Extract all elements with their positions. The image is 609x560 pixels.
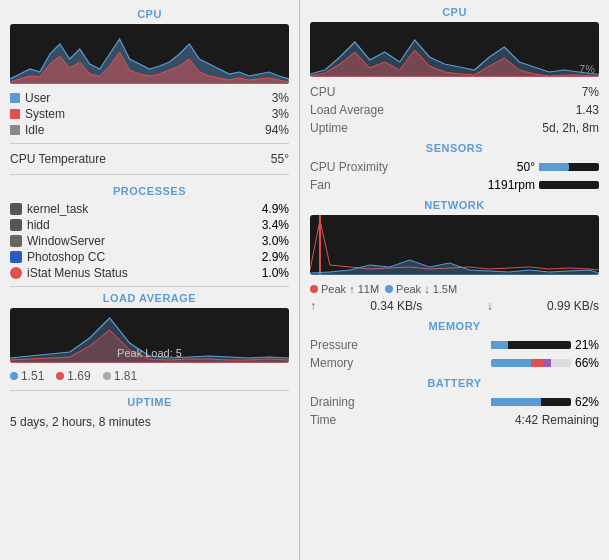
net-down-value: 0.99 KB/s (547, 299, 599, 313)
peak-down-dot (385, 285, 393, 293)
cpu-proximity-bar (539, 163, 599, 171)
peak-down-value: 1.5M (433, 283, 457, 295)
idle-color-box (10, 125, 20, 135)
user-color-box (10, 93, 20, 103)
process-row-1: hidd 3.4% (10, 217, 289, 233)
load-dot-3 (103, 372, 111, 380)
right-panel: CPU 7% CPU 7% Load Average 1.43 Uptime 5… (300, 0, 609, 560)
battery-time-label: Time (310, 413, 336, 427)
battery-time-row: Time 4:42 Remaining (310, 411, 599, 429)
cpu-proximity-bar-wrap: 50° (517, 160, 599, 174)
user-stat-row: User 3% (10, 90, 289, 106)
cpu-proximity-fill (539, 163, 569, 171)
load-val-3: 1.81 (103, 369, 137, 383)
mem-red-fill (531, 359, 543, 367)
left-panel: CPU User 3% System 3% Idle 94% CPU (0, 0, 300, 560)
draining-label: Draining (310, 395, 355, 409)
draining-row: Draining 62% (310, 393, 599, 411)
net-up-value: 0.34 KB/s (370, 299, 422, 313)
memory-bar (491, 359, 571, 367)
process-row-3: Photoshop CC 2.9% (10, 249, 289, 265)
cpu-proximity-row: CPU Proximity 50° (310, 158, 599, 176)
fan-row: Fan 1191rpm (310, 176, 599, 194)
process-name-2: WindowServer (27, 234, 105, 248)
fan-bar (539, 181, 599, 189)
net-down-arrow: ↓ (487, 299, 493, 313)
cpu-proximity-value: 50° (517, 160, 535, 174)
peak-down-item: Peak ↓ 1.5M (385, 283, 457, 295)
load-title: LOAD AVERAGE (10, 292, 289, 304)
idle-value: 94% (265, 123, 289, 137)
uptime-title: UPTIME (10, 396, 289, 408)
load-val-1: 1.51 (10, 369, 44, 383)
fan-bar-wrap: 1191rpm (488, 178, 599, 192)
memory-label: Memory (310, 356, 353, 370)
load-avg-val: 1.43 (576, 103, 599, 117)
process-icon-4 (10, 267, 22, 279)
user-label: User (10, 91, 50, 105)
process-name-1: hidd (27, 218, 50, 232)
process-icon-1 (10, 219, 22, 231)
process-value-1: 3.4% (262, 218, 289, 232)
cpu-val-right: 7% (582, 85, 599, 99)
cpu-percent-row: CPU 7% (310, 83, 599, 101)
cpu-graph-left (10, 24, 289, 84)
process-value-2: 3.0% (262, 234, 289, 248)
process-name-3: Photoshop CC (27, 250, 105, 264)
network-speeds-row: ↑ 0.34 KB/s ↓ 0.99 KB/s (310, 297, 599, 315)
mem-purple-fill (543, 359, 551, 367)
load-avg-values: 1.51 1.69 1.81 (10, 367, 289, 385)
process-value-4: 1.0% (262, 266, 289, 280)
cpu-temp-value: 55° (271, 152, 289, 166)
system-label: System (10, 107, 65, 121)
memory-title: MEMORY (310, 320, 599, 332)
uptime-value: 5 days, 2 hours, 8 minutes (10, 412, 289, 432)
idle-label: Idle (10, 123, 44, 137)
fan-fill (539, 181, 593, 189)
mem-blue-fill (491, 359, 531, 367)
battery-time-value: 4:42 Remaining (515, 413, 599, 427)
peak-up-value: 11M (358, 283, 379, 295)
uptime-label-right: Uptime (310, 121, 348, 135)
process-name-0: kernel_task (27, 202, 88, 216)
load-avg-row: Load Average 1.43 (310, 101, 599, 119)
fan-value: 1191rpm (488, 178, 535, 192)
cpu-graph-right: 7% (310, 22, 599, 77)
memory-row-main: Memory 66% (310, 354, 599, 372)
uptime-row: Uptime 5d, 2h, 8m (310, 119, 599, 137)
process-icon-3 (10, 251, 22, 263)
cpu-title-left: CPU (10, 8, 289, 20)
system-value: 3% (272, 107, 289, 121)
cpu-label-right: CPU (310, 85, 335, 99)
memory-value: 66% (575, 356, 599, 370)
pressure-fill (491, 341, 508, 349)
pressure-bar (491, 341, 571, 349)
load-graph: Peak Load: 5 (10, 308, 289, 363)
network-peak-row: Peak ↑ 11M Peak ↓ 1.5M (310, 281, 599, 297)
peak-up-label: Peak ↑ (321, 283, 355, 295)
peak-down-label: Peak ↓ (396, 283, 430, 295)
peak-up-item: Peak ↑ 11M (310, 283, 379, 295)
draining-bar (491, 398, 571, 406)
process-row-0: kernel_task 4.9% (10, 201, 289, 217)
process-row-4: iStat Menus Status 1.0% (10, 265, 289, 281)
fan-label: Fan (310, 178, 331, 192)
memory-bar-wrap: 66% (491, 356, 599, 370)
cpu-proximity-label: CPU Proximity (310, 160, 388, 174)
load-avg-label: Load Average (310, 103, 384, 117)
process-icon-2 (10, 235, 22, 247)
network-title: NETWORK (310, 199, 599, 211)
load-val-2: 1.69 (56, 369, 90, 383)
load-dot-1 (10, 372, 18, 380)
process-icon-0 (10, 203, 22, 215)
pressure-label: Pressure (310, 338, 358, 352)
cpu-temp-row: CPU Temperature 55° (10, 149, 289, 169)
network-graph (310, 215, 599, 275)
draining-bar-wrap: 62% (491, 395, 599, 409)
user-value: 3% (272, 91, 289, 105)
cpu-percent-right: 7% (579, 63, 595, 75)
uptime-val-right: 5d, 2h, 8m (542, 121, 599, 135)
cpu-temp-label: CPU Temperature (10, 152, 106, 166)
battery-title: BATTERY (310, 377, 599, 389)
system-color-box (10, 109, 20, 119)
